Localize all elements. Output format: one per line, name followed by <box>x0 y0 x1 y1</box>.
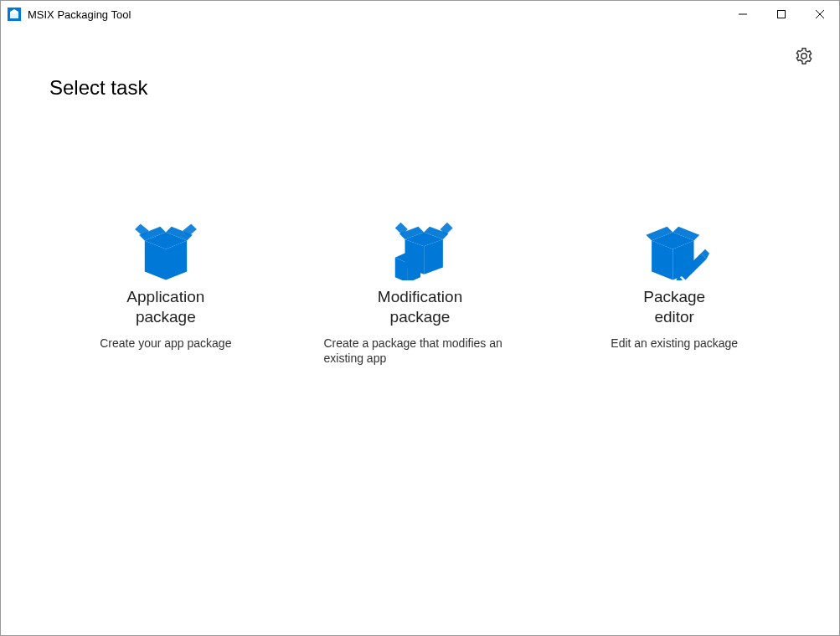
task-title: Package editor <box>643 287 705 327</box>
task-title: Application package <box>126 287 204 327</box>
page-title: Select task <box>49 76 806 100</box>
window-controls <box>724 1 839 28</box>
svg-rect-4 <box>778 11 786 18</box>
application-package-icon <box>131 217 201 282</box>
minimize-button[interactable] <box>724 1 762 28</box>
task-desc: Edit an existing package <box>611 336 738 351</box>
app-icon <box>8 8 21 21</box>
package-editor-icon <box>639 217 709 282</box>
task-row: Application package Create your app pack… <box>34 217 806 366</box>
settings-button[interactable] <box>792 44 816 68</box>
close-button[interactable] <box>801 1 839 28</box>
window-title: MSIX Packaging Tool <box>28 8 724 21</box>
task-desc: Create a package that modifies an existi… <box>324 336 517 366</box>
titlebar: MSIX Packaging Tool <box>1 1 839 28</box>
task-package-editor[interactable]: Package editor Edit an existing package <box>559 217 789 366</box>
gear-icon <box>795 47 813 65</box>
modification-package-icon <box>385 217 456 282</box>
task-modification-package[interactable]: Modification package Create a package th… <box>306 217 535 366</box>
task-title: Modification package <box>378 287 462 327</box>
maximize-button[interactable] <box>762 1 801 28</box>
task-application-package[interactable]: Application package Create your app pack… <box>51 217 281 366</box>
task-desc: Create your app package <box>100 336 231 351</box>
content-area: Select task Application package C <box>1 28 839 635</box>
